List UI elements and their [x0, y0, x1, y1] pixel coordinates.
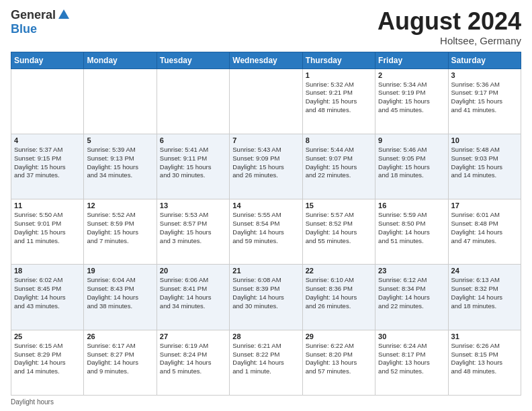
header-wednesday: Wednesday [230, 52, 302, 68]
cell-w4-d1: 26Sunrise: 6:17 AM Sunset: 8:27 PM Dayli… [84, 330, 157, 395]
day-num-17: 17 [451, 201, 518, 210]
cell-w1-d3: 7Sunrise: 5:43 AM Sunset: 9:09 PM Daylig… [230, 134, 302, 199]
location-subtitle: Holtsee, Germany [378, 35, 521, 46]
header: General Blue August 2024 Holtsee, German… [11, 8, 521, 46]
cell-w3-d6: 24Sunrise: 6:13 AM Sunset: 8:32 PM Dayli… [448, 265, 521, 330]
day-info-10: Sunrise: 5:48 AM Sunset: 9:03 PM Dayligh… [451, 146, 518, 180]
cell-w0-d1 [84, 68, 157, 134]
day-info-20: Sunrise: 6:06 AM Sunset: 8:41 PM Dayligh… [160, 276, 226, 310]
cell-w1-d1: 5Sunrise: 5:39 AM Sunset: 9:13 PM Daylig… [84, 134, 157, 199]
day-info-11: Sunrise: 5:50 AM Sunset: 9:01 PM Dayligh… [14, 211, 81, 245]
logo-blue-text: Blue [11, 22, 37, 36]
day-info-3: Sunrise: 5:36 AM Sunset: 9:17 PM Dayligh… [451, 81, 518, 115]
day-info-4: Sunrise: 5:37 AM Sunset: 9:15 PM Dayligh… [14, 146, 81, 180]
svg-marker-0 [58, 9, 69, 19]
day-num-8: 8 [306, 136, 372, 144]
cell-w2-d6: 17Sunrise: 6:01 AM Sunset: 8:48 PM Dayli… [448, 199, 521, 265]
day-info-23: Sunrise: 6:12 AM Sunset: 8:34 PM Dayligh… [378, 276, 445, 310]
day-num-18: 18 [14, 267, 81, 275]
logo-icon [57, 8, 71, 21]
footer-note: Daylight hours [11, 398, 521, 406]
day-info-22: Sunrise: 6:10 AM Sunset: 8:36 PM Dayligh… [306, 276, 372, 310]
header-monday: Monday [84, 52, 157, 68]
page: General Blue August 2024 Holtsee, German… [0, 0, 532, 411]
header-sunday: Sunday [11, 52, 84, 68]
day-info-29: Sunrise: 6:22 AM Sunset: 8:20 PM Dayligh… [306, 342, 372, 376]
header-thursday: Thursday [302, 52, 375, 68]
day-info-9: Sunrise: 5:46 AM Sunset: 9:05 PM Dayligh… [378, 146, 445, 180]
day-num-11: 11 [14, 201, 81, 210]
cell-w0-d5: 2Sunrise: 5:34 AM Sunset: 9:19 PM Daylig… [375, 68, 448, 134]
day-num-1: 1 [306, 71, 372, 79]
day-info-21: Sunrise: 6:08 AM Sunset: 8:39 PM Dayligh… [232, 276, 299, 310]
cell-w0-d4: 1Sunrise: 5:32 AM Sunset: 9:21 PM Daylig… [302, 68, 375, 134]
day-num-14: 14 [232, 201, 299, 210]
cell-w1-d2: 6Sunrise: 5:41 AM Sunset: 9:11 PM Daylig… [157, 134, 229, 199]
week-row-2: 11Sunrise: 5:50 AM Sunset: 9:01 PM Dayli… [11, 199, 521, 265]
day-info-17: Sunrise: 6:01 AM Sunset: 8:48 PM Dayligh… [451, 211, 518, 245]
day-num-22: 22 [306, 267, 372, 275]
day-num-10: 10 [451, 136, 518, 144]
cell-w0-d3 [230, 68, 302, 134]
day-num-5: 5 [87, 136, 153, 144]
cell-w4-d2: 27Sunrise: 6:19 AM Sunset: 8:24 PM Dayli… [157, 330, 229, 395]
day-num-29: 29 [306, 332, 372, 340]
week-row-3: 18Sunrise: 6:02 AM Sunset: 8:45 PM Dayli… [11, 265, 521, 330]
day-info-6: Sunrise: 5:41 AM Sunset: 9:11 PM Dayligh… [160, 146, 226, 180]
day-info-30: Sunrise: 6:24 AM Sunset: 8:17 PM Dayligh… [378, 342, 445, 376]
cell-w2-d4: 15Sunrise: 5:57 AM Sunset: 8:52 PM Dayli… [302, 199, 375, 265]
day-info-18: Sunrise: 6:02 AM Sunset: 8:45 PM Dayligh… [14, 276, 81, 310]
weekday-header-row: Sunday Monday Tuesday Wednesday Thursday… [11, 52, 521, 68]
cell-w2-d0: 11Sunrise: 5:50 AM Sunset: 9:01 PM Dayli… [11, 199, 84, 265]
day-num-7: 7 [232, 136, 299, 144]
day-info-27: Sunrise: 6:19 AM Sunset: 8:24 PM Dayligh… [160, 342, 226, 376]
header-saturday: Saturday [448, 52, 521, 68]
day-info-15: Sunrise: 5:57 AM Sunset: 8:52 PM Dayligh… [306, 211, 372, 245]
day-num-23: 23 [378, 267, 445, 275]
day-num-2: 2 [378, 71, 445, 79]
cell-w1-d4: 8Sunrise: 5:44 AM Sunset: 9:07 PM Daylig… [302, 134, 375, 199]
day-info-13: Sunrise: 5:53 AM Sunset: 8:57 PM Dayligh… [160, 211, 226, 245]
day-num-31: 31 [451, 332, 518, 340]
cell-w3-d4: 22Sunrise: 6:10 AM Sunset: 8:36 PM Dayli… [302, 265, 375, 330]
cell-w0-d6: 3Sunrise: 5:36 AM Sunset: 9:17 PM Daylig… [448, 68, 521, 134]
day-num-20: 20 [160, 267, 226, 275]
cell-w1-d0: 4Sunrise: 5:37 AM Sunset: 9:15 PM Daylig… [11, 134, 84, 199]
logo-general-text: General [11, 8, 56, 22]
day-num-15: 15 [306, 201, 372, 210]
cell-w1-d6: 10Sunrise: 5:48 AM Sunset: 9:03 PM Dayli… [448, 134, 521, 199]
day-num-12: 12 [87, 201, 153, 210]
day-num-27: 27 [160, 332, 226, 340]
cell-w4-d3: 28Sunrise: 6:21 AM Sunset: 8:22 PM Dayli… [230, 330, 302, 395]
cell-w2-d2: 13Sunrise: 5:53 AM Sunset: 8:57 PM Dayli… [157, 199, 229, 265]
month-year-title: August 2024 [378, 8, 521, 35]
cell-w3-d5: 23Sunrise: 6:12 AM Sunset: 8:34 PM Dayli… [375, 265, 448, 330]
cell-w4-d4: 29Sunrise: 6:22 AM Sunset: 8:20 PM Dayli… [302, 330, 375, 395]
cell-w4-d5: 30Sunrise: 6:24 AM Sunset: 8:17 PM Dayli… [375, 330, 448, 395]
week-row-0: 1Sunrise: 5:32 AM Sunset: 9:21 PM Daylig… [11, 68, 521, 134]
day-info-8: Sunrise: 5:44 AM Sunset: 9:07 PM Dayligh… [306, 146, 372, 180]
day-info-28: Sunrise: 6:21 AM Sunset: 8:22 PM Dayligh… [232, 342, 299, 376]
day-info-16: Sunrise: 5:59 AM Sunset: 8:50 PM Dayligh… [378, 211, 445, 245]
header-friday: Friday [375, 52, 448, 68]
cell-w3-d0: 18Sunrise: 6:02 AM Sunset: 8:45 PM Dayli… [11, 265, 84, 330]
cell-w4-d6: 31Sunrise: 6:26 AM Sunset: 8:15 PM Dayli… [448, 330, 521, 395]
week-row-4: 25Sunrise: 6:15 AM Sunset: 8:29 PM Dayli… [11, 330, 521, 395]
title-block: August 2024 Holtsee, Germany [378, 8, 521, 46]
day-num-4: 4 [14, 136, 81, 144]
day-num-9: 9 [378, 136, 445, 144]
day-info-1: Sunrise: 5:32 AM Sunset: 9:21 PM Dayligh… [306, 81, 372, 115]
cell-w2-d3: 14Sunrise: 5:55 AM Sunset: 8:54 PM Dayli… [230, 199, 302, 265]
day-num-19: 19 [87, 267, 153, 275]
day-info-19: Sunrise: 6:04 AM Sunset: 8:43 PM Dayligh… [87, 276, 153, 310]
cell-w2-d1: 12Sunrise: 5:52 AM Sunset: 8:59 PM Dayli… [84, 199, 157, 265]
day-info-31: Sunrise: 6:26 AM Sunset: 8:15 PM Dayligh… [451, 342, 518, 376]
cell-w3-d1: 19Sunrise: 6:04 AM Sunset: 8:43 PM Dayli… [84, 265, 157, 330]
day-info-7: Sunrise: 5:43 AM Sunset: 9:09 PM Dayligh… [232, 146, 299, 180]
day-num-28: 28 [232, 332, 299, 340]
cell-w3-d3: 21Sunrise: 6:08 AM Sunset: 8:39 PM Dayli… [230, 265, 302, 330]
day-num-25: 25 [14, 332, 81, 340]
day-info-2: Sunrise: 5:34 AM Sunset: 9:19 PM Dayligh… [378, 81, 445, 115]
cell-w0-d2 [157, 68, 229, 134]
week-row-1: 4Sunrise: 5:37 AM Sunset: 9:15 PM Daylig… [11, 134, 521, 199]
